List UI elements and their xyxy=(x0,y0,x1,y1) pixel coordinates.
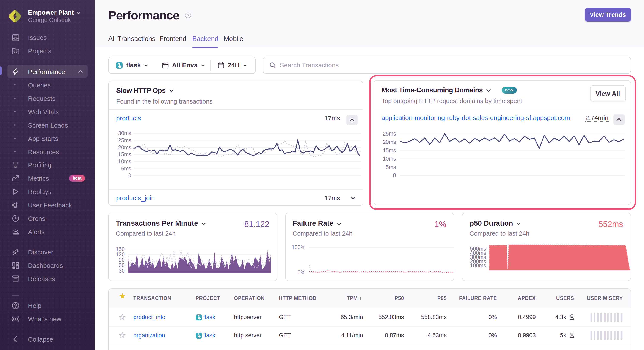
svg-text:100ms: 100ms xyxy=(470,262,486,268)
svg-text:10ms: 10ms xyxy=(118,158,131,164)
svg-text:60: 60 xyxy=(118,262,124,268)
svg-text:5ms: 5ms xyxy=(121,165,131,171)
svg-text:15ms: 15ms xyxy=(382,147,396,153)
svg-text:150: 150 xyxy=(116,246,124,252)
svg-text:100%: 100% xyxy=(291,244,305,250)
svg-text:20ms: 20ms xyxy=(382,139,396,145)
svg-text:30ms: 30ms xyxy=(118,130,131,136)
svg-text:0: 0 xyxy=(393,172,396,178)
svg-text:10ms: 10ms xyxy=(382,155,396,161)
svg-text:90: 90 xyxy=(118,257,124,263)
svg-text:5ms: 5ms xyxy=(386,164,396,170)
svg-text:20ms: 20ms xyxy=(118,144,131,150)
svg-text:0: 0 xyxy=(128,172,131,178)
svg-text:25ms: 25ms xyxy=(382,130,396,136)
svg-text:15ms: 15ms xyxy=(118,151,131,157)
svg-text:0%: 0% xyxy=(298,269,305,275)
svg-text:25ms: 25ms xyxy=(118,137,131,143)
svg-text:30: 30 xyxy=(118,267,124,273)
svg-text:120: 120 xyxy=(116,251,124,257)
